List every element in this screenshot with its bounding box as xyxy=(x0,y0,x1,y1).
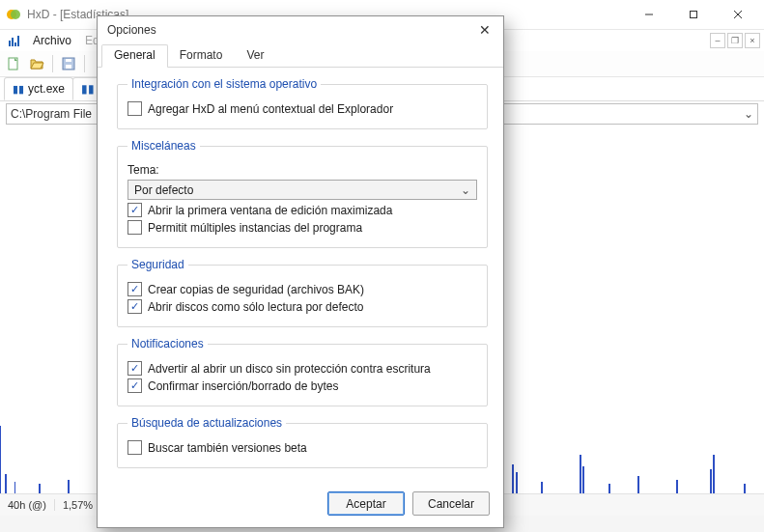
legend-notif: Notificaciones xyxy=(127,337,208,350)
lbl-warn: Advertir al abrir un disco sin protecció… xyxy=(148,362,431,376)
svg-rect-41 xyxy=(676,480,678,493)
file-tab-label: yct.exe xyxy=(28,82,65,96)
window-minimize[interactable] xyxy=(627,0,671,29)
dialog-tabs: General Formato Ver xyxy=(98,43,503,68)
svg-rect-39 xyxy=(608,484,610,493)
lbl-bak: Crear copias de seguridad (archivos BAK) xyxy=(148,283,364,296)
group-updates: Búsqueda de actualizaciones Buscar tambi… xyxy=(117,416,488,468)
svg-rect-13 xyxy=(39,484,41,493)
svg-point-1 xyxy=(11,10,20,19)
tb-sep xyxy=(52,55,53,72)
lbl-add-context: Agregar HxD al menú contextual del Explo… xyxy=(148,102,393,116)
svg-rect-40 xyxy=(637,476,639,493)
chk-bak[interactable] xyxy=(127,282,142,296)
legend-os: Integración con el sistema operativo xyxy=(127,77,321,91)
svg-rect-11 xyxy=(5,474,7,493)
tb-sep2 xyxy=(84,55,85,72)
chevron-down-icon: ⌄ xyxy=(744,107,753,121)
svg-rect-36 xyxy=(541,482,543,493)
lbl-ro: Abrir discos como sólo lectura por defec… xyxy=(148,300,363,314)
chk-ro[interactable] xyxy=(127,299,142,314)
chk-add-context[interactable] xyxy=(127,101,142,116)
options-dialog: Opciones ✕ General Formato Ver Integraci… xyxy=(97,15,504,528)
mdi-minimize[interactable]: – xyxy=(710,33,725,48)
svg-rect-10 xyxy=(0,426,1,493)
tab-formato[interactable]: Formato xyxy=(167,44,236,68)
menu-archivo[interactable]: Archivo xyxy=(27,32,77,49)
svg-rect-44 xyxy=(744,484,746,493)
select-theme-value: Por defecto xyxy=(134,183,193,197)
tb-open[interactable] xyxy=(27,54,46,73)
lbl-confirm: Confirmar inserción/borrado de bytes xyxy=(148,379,338,393)
chart-icon xyxy=(4,34,25,47)
svg-rect-3 xyxy=(691,12,697,18)
path-value: C:\Program File xyxy=(11,107,92,121)
dialog-title: Opciones xyxy=(107,23,156,37)
lbl-beta: Buscar también versiones beta xyxy=(148,441,307,455)
chk-confirm[interactable] xyxy=(127,378,142,393)
file-tab-yct[interactable]: ▮▮ yct.exe xyxy=(4,77,73,100)
tb-new[interactable] xyxy=(4,54,23,73)
status-percent: 1,57% xyxy=(54,499,100,511)
mdi-close[interactable]: × xyxy=(745,33,760,48)
chk-multi-inst[interactable] xyxy=(127,220,142,235)
app-icon xyxy=(6,7,21,22)
svg-rect-14 xyxy=(68,480,70,493)
svg-rect-12 xyxy=(14,482,15,493)
svg-rect-43 xyxy=(713,455,715,493)
lbl-multi-inst: Permitit múltiples instancias del progra… xyxy=(148,221,362,235)
legend-updates: Búsqueda de actualizaciones xyxy=(127,416,286,430)
window-maximize[interactable] xyxy=(671,0,716,29)
chevron-down-icon: ⌄ xyxy=(461,183,470,197)
dialog-close[interactable]: ✕ xyxy=(476,21,494,39)
svg-rect-35 xyxy=(516,472,518,493)
svg-rect-38 xyxy=(582,466,584,493)
svg-rect-8 xyxy=(66,65,71,69)
tab-ver[interactable]: Ver xyxy=(234,44,276,68)
tb-save[interactable] xyxy=(59,54,78,73)
mdi-restore[interactable]: ❐ xyxy=(727,33,743,48)
lbl-open-max: Abrir la primera ventana de edición maxi… xyxy=(148,204,392,217)
select-theme[interactable]: Por defecto ⌄ xyxy=(127,180,477,200)
mdi-controls: – ❐ × xyxy=(710,33,760,48)
dialog-titlebar: Opciones ✕ xyxy=(98,16,503,43)
legend-security: Seguridad xyxy=(127,258,188,271)
legend-misc: Misceláneas xyxy=(127,139,200,153)
chk-open-max[interactable] xyxy=(127,203,142,217)
ok-button[interactable]: Aceptar xyxy=(327,491,405,516)
chk-beta[interactable] xyxy=(127,440,142,455)
group-notif: Notificaciones Advertir al abrir un disc… xyxy=(117,337,488,406)
svg-rect-9 xyxy=(66,59,71,62)
svg-rect-42 xyxy=(710,469,712,493)
window-close[interactable] xyxy=(716,0,760,29)
group-misc: Misceláneas Tema: Por defecto ⌄ Abrir la… xyxy=(117,139,488,248)
lbl-theme: Tema: xyxy=(127,163,159,177)
svg-rect-34 xyxy=(512,464,514,493)
status-hex: 40h (@) xyxy=(0,499,54,511)
barchart-icon: ▮▮ xyxy=(13,83,24,96)
cancel-button[interactable]: Cancelar xyxy=(412,491,490,516)
tab-general[interactable]: General xyxy=(101,44,168,68)
svg-rect-37 xyxy=(580,455,581,493)
group-security: Seguridad Crear copias de seguridad (arc… xyxy=(117,258,488,327)
group-os: Integración con el sistema operativo Agr… xyxy=(117,77,488,129)
chk-warn[interactable] xyxy=(127,361,142,376)
